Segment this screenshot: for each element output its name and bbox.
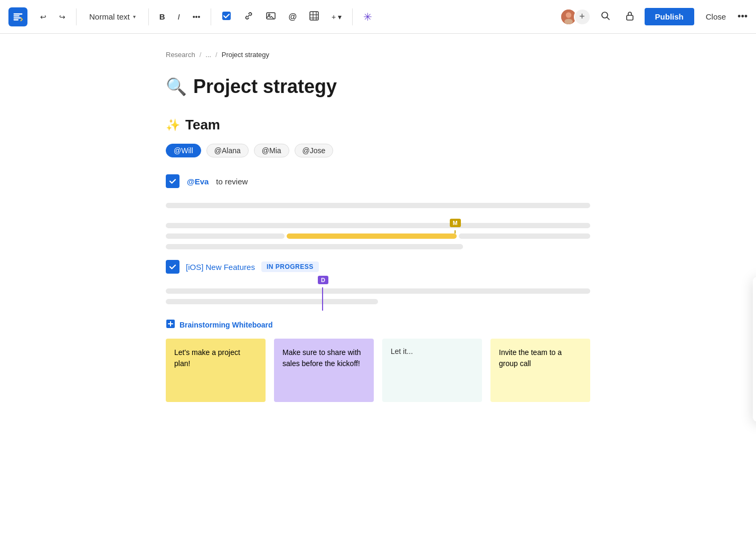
comment-panel: Eva Lien 4 hours ago Fantastic idea! Can… — [753, 277, 756, 422]
close-button[interactable]: Close — [700, 8, 732, 25]
placeholder-lines-1 — [166, 203, 590, 208]
mention-button[interactable]: @ — [284, 10, 301, 24]
undo-icon: ↩ — [40, 13, 46, 21]
publish-button[interactable]: Publish — [645, 8, 694, 25]
breadcrumb-sep-1: / — [200, 51, 202, 59]
sticky-partial-text: Let it... — [391, 347, 413, 356]
toolbar-right: + Publish Close ••• — [560, 8, 748, 25]
add-collaborator-button[interactable]: + — [574, 8, 591, 25]
lock-button[interactable] — [620, 8, 639, 25]
image-button[interactable] — [262, 9, 280, 24]
toolbar: ↩ ↪ Normal text ▾ B I ••• — [0, 0, 756, 34]
team-heading: ✨ Team — [166, 117, 590, 133]
whiteboard-header: Brainstorming Whiteboard — [166, 319, 590, 330]
content-area: Research / ... / Project strategy 🔍 Proj… — [140, 34, 616, 419]
ai-icon: ✳ — [363, 11, 372, 23]
mention-jose[interactable]: @Jose — [295, 144, 334, 157]
cursor-m-caret — [455, 230, 456, 233]
whiteboard-section: Brainstorming Whiteboard Let's make a pr… — [166, 319, 590, 402]
task-mention[interactable]: @Eva — [187, 177, 209, 186]
table-icon — [309, 11, 319, 22]
task-text: to review — [216, 177, 248, 186]
at-icon: @ — [288, 12, 297, 22]
italic-icon: I — [178, 12, 180, 21]
cursor-d-label: D — [318, 276, 328, 284]
whiteboard-icon — [166, 319, 175, 330]
mention-alana[interactable]: @Alana — [206, 144, 249, 157]
svg-point-9 — [565, 12, 571, 18]
breadcrumb-current: Project strategy — [222, 51, 269, 59]
highlight-row: M — [166, 233, 590, 239]
table-button[interactable] — [305, 9, 323, 24]
cursor-d-line — [322, 287, 323, 311]
highlighted-section: M — [166, 223, 590, 249]
search-icon — [600, 11, 611, 23]
whiteboard-label: Brainstorming Whiteboard — [179, 321, 273, 329]
breadcrumb-research[interactable]: Research — [166, 51, 195, 59]
breadcrumb: Research / ... / Project strategy — [166, 51, 590, 59]
italic-button[interactable]: I — [174, 10, 184, 23]
more-format-icon: ••• — [193, 13, 201, 21]
ios-task-checkbox[interactable] — [166, 260, 179, 274]
ios-task-link[interactable]: [iOS] New Features — [186, 263, 255, 272]
page-title-icon: 🔍 — [166, 77, 187, 97]
svg-point-11 — [602, 12, 608, 18]
image-icon — [266, 11, 276, 22]
task-button[interactable] — [218, 9, 235, 24]
placeholder-line — [166, 244, 463, 249]
sticky-note-text-2: Make sure to share with sales before the… — [282, 348, 361, 368]
app-logo[interactable] — [8, 7, 27, 26]
whiteboard-grid: Let's make a project plan! Make sure to … — [166, 339, 590, 402]
more-format-button[interactable]: ••• — [188, 11, 205, 23]
status-badge: IN PROGRESS — [261, 261, 319, 272]
ios-task-row: [iOS] New Features IN PROGRESS — [166, 260, 590, 274]
line-prefix — [166, 233, 285, 239]
svg-point-10 — [564, 18, 573, 24]
highlighted-text: M — [287, 233, 457, 239]
text-format-label: Normal text — [89, 12, 130, 21]
toolbar-divider-3 — [211, 8, 211, 25]
lock-icon — [625, 11, 635, 23]
line-suffix — [459, 233, 590, 239]
placeholder-line — [166, 223, 590, 228]
sticky-note-partial: Let it... — [382, 339, 482, 402]
insert-icon: + — [332, 13, 336, 21]
redo-icon: ↪ — [59, 13, 65, 21]
page-title[interactable]: Project strategy — [193, 76, 337, 98]
page-title-row: 🔍 Project strategy — [166, 76, 590, 98]
mentions-row: @Will @Alana @Mia @Jose — [166, 144, 590, 157]
breadcrumb-ellipsis[interactable]: ... — [205, 51, 211, 59]
more-options-button[interactable]: ••• — [738, 11, 748, 22]
placeholder-line — [166, 299, 378, 304]
toolbar-divider-2 — [148, 8, 149, 25]
team-heading-text: Team — [185, 117, 220, 133]
bold-icon: B — [159, 12, 165, 21]
sticky-note-2[interactable]: Make sure to share with sales before the… — [274, 339, 374, 402]
link-button[interactable] — [240, 9, 258, 24]
placeholder-line — [166, 203, 590, 208]
svg-rect-3 — [310, 12, 318, 20]
mention-mia[interactable]: @Mia — [254, 144, 289, 157]
task-row: @Eva to review — [166, 174, 590, 188]
sticky-note-text-3: Invite the team to a group call — [499, 348, 562, 368]
ai-button[interactable]: ✳ — [359, 8, 376, 25]
mention-will[interactable]: @Will — [166, 144, 201, 157]
redo-button[interactable]: ↪ — [55, 11, 70, 23]
svg-point-2 — [269, 14, 270, 16]
sticky-note-1[interactable]: Let's make a project plan! — [166, 339, 266, 402]
toolbar-divider-1 — [76, 8, 77, 25]
placeholder-line — [166, 288, 590, 294]
insert-button[interactable]: + ▾ — [327, 11, 346, 23]
chevron-down-icon: ▾ — [133, 14, 136, 20]
link-icon — [244, 11, 253, 22]
text-format-select[interactable]: Normal text ▾ — [83, 10, 142, 23]
task-checkbox[interactable] — [166, 174, 179, 188]
undo-button[interactable]: ↩ — [36, 11, 51, 23]
checkbox-icon — [222, 11, 231, 22]
search-button[interactable] — [596, 8, 615, 25]
sticky-note-3[interactable]: Invite the team to a group call — [490, 339, 590, 402]
svg-rect-12 — [627, 15, 633, 20]
cursor-m-label: M — [450, 219, 461, 227]
svg-rect-1 — [267, 13, 275, 19]
bold-button[interactable]: B — [155, 10, 169, 23]
